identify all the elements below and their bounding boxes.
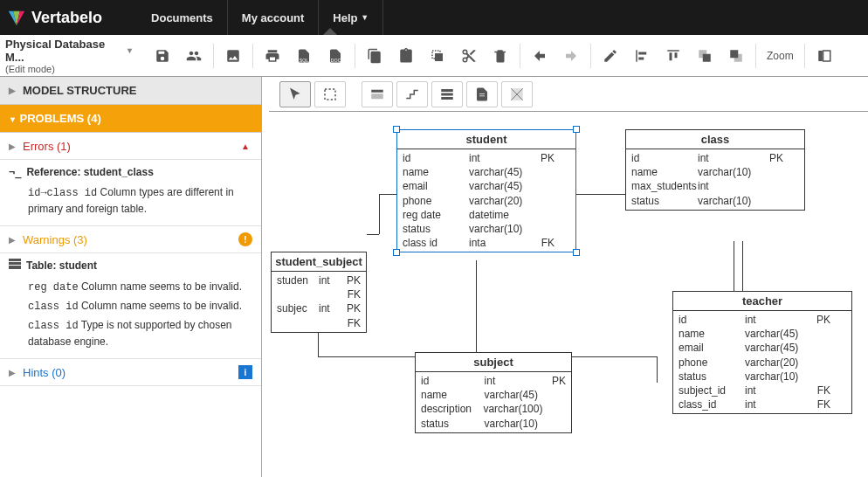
reference-icon: ¬_: [9, 165, 21, 180]
table-column-row[interactable]: phonevarchar(20): [679, 356, 846, 370]
table-class[interactable]: class idintPKnamevarchar(10)max_students…: [625, 129, 805, 211]
print-button[interactable]: [258, 42, 286, 70]
table-column-row[interactable]: descriptionvarchar(100): [421, 402, 566, 416]
svg-rect-17: [371, 89, 383, 92]
paste-button[interactable]: [392, 42, 420, 70]
svg-rect-13: [9, 259, 21, 269]
svg-rect-10: [730, 50, 738, 58]
svg-rect-20: [441, 93, 453, 95]
export-doc-button[interactable]: DOC: [321, 42, 349, 70]
share-button[interactable]: [180, 42, 208, 70]
svg-text:SQL: SQL: [300, 57, 309, 62]
svg-rect-15: [9, 265, 21, 266]
svg-rect-12: [823, 51, 830, 61]
tool-pointer[interactable]: [279, 81, 311, 107]
table-column-row[interactable]: statusvarchar(10): [679, 370, 846, 384]
sidebar-problems[interactable]: ▼ PROBLEMS (4): [0, 105, 261, 133]
tool-add-area[interactable]: [501, 81, 533, 107]
ref-line: [476, 260, 477, 356]
nav-my-account[interactable]: My account: [228, 0, 320, 35]
doc-title-block: Physical Database M...▾ (Edit mode): [5, 38, 136, 74]
ref-line: [318, 356, 416, 357]
chevron-down-icon: ▼: [361, 13, 369, 22]
table-column-row[interactable]: idintPK: [631, 151, 799, 165]
table-column-row[interactable]: idintPK: [679, 313, 846, 327]
svg-rect-8: [703, 53, 711, 61]
table-column-row[interactable]: statusvarchar(10): [403, 222, 570, 236]
svg-text:DOC: DOC: [331, 57, 341, 62]
ref-line: [570, 356, 658, 357]
tool-add-table[interactable]: [362, 81, 393, 107]
delete-button[interactable]: [486, 42, 514, 70]
cut-button[interactable]: [455, 42, 483, 70]
ref-line: [575, 194, 594, 195]
doc-title: Physical Database M...: [5, 38, 124, 64]
table-column-row[interactable]: subject_idintFK: [679, 384, 846, 398]
zoom-label[interactable]: Zoom: [761, 50, 799, 62]
table-student[interactable]: student idintPKnamevarchar(45)emailvarch…: [396, 129, 576, 252]
left-sidebar: ▶MODEL STRUCTURE ▼ PROBLEMS (4) ▶Errors …: [0, 77, 262, 477]
diagram-canvas[interactable]: student idintPKnamevarchar(45)emailvarch…: [262, 112, 868, 477]
save-button[interactable]: [148, 42, 176, 70]
table-column-row[interactable]: class_idintFK: [679, 398, 846, 411]
sidebar-model-structure[interactable]: ▶MODEL STRUCTURE: [0, 77, 261, 105]
sidebar-errors-header[interactable]: ▶Errors (1)▲: [0, 133, 261, 160]
table-column-row[interactable]: subjecintPK FK: [277, 301, 361, 329]
table-column-row[interactable]: statusvarchar(10): [631, 194, 799, 208]
svg-rect-18: [371, 93, 383, 99]
brand-name: Vertabelo: [31, 9, 102, 27]
table-column-row[interactable]: emailvarchar(45): [679, 341, 846, 355]
image-button[interactable]: [219, 42, 247, 70]
export-sql-button[interactable]: SQL: [290, 42, 318, 70]
table-column-row[interactable]: namevarchar(45): [421, 388, 566, 402]
warning-icon: !: [238, 232, 252, 246]
ref-line: [657, 356, 658, 383]
table-column-row[interactable]: namevarchar(45): [403, 165, 570, 179]
edit-button[interactable]: [596, 42, 624, 70]
layout-toggle-button[interactable]: [810, 42, 838, 70]
align-top-button[interactable]: [659, 42, 687, 70]
chevron-down-icon[interactable]: ▾: [127, 45, 136, 55]
tool-select-area[interactable]: [314, 81, 346, 107]
table-column-row[interactable]: phonevarchar(20): [403, 194, 570, 208]
tool-add-reference[interactable]: [396, 81, 428, 107]
sidebar-hints-header[interactable]: ▶Hints (0)i: [0, 359, 261, 386]
svg-rect-6: [435, 53, 443, 61]
redo-button[interactable]: [557, 42, 585, 70]
sidebar-warnings-header[interactable]: ▶Warnings (3)!: [0, 226, 261, 253]
canvas-toolbar: [269, 77, 868, 112]
sidebar-warning-table[interactable]: Table: student reg date Column name seem…: [0, 253, 261, 359]
svg-rect-11: [818, 51, 823, 61]
svg-rect-16: [325, 89, 335, 100]
brand-logo[interactable]: Vertabelo: [7, 8, 102, 27]
align-left-button[interactable]: [628, 42, 656, 70]
send-back-button[interactable]: [722, 42, 750, 70]
table-teacher[interactable]: teacher idintPKnamevarchar(45)emailvarch…: [672, 291, 852, 414]
table-column-row[interactable]: emailvarchar(45): [403, 179, 570, 193]
bring-front-button[interactable]: [691, 42, 719, 70]
tool-add-view[interactable]: [431, 81, 463, 107]
sidebar-error-reference[interactable]: ¬_Reference: student_class id→class id C…: [0, 160, 261, 226]
duplicate-button[interactable]: [424, 42, 451, 70]
ref-line: [592, 194, 625, 195]
table-column-row[interactable]: class idintaFK: [403, 236, 570, 250]
nav-documents[interactable]: Documents: [137, 0, 228, 35]
ref-line: [367, 234, 379, 235]
table-column-row[interactable]: max_studentsint: [631, 179, 799, 193]
ref-line: [379, 194, 380, 234]
ref-line: [379, 194, 396, 195]
copy-button[interactable]: [361, 42, 389, 70]
table-column-row[interactable]: namevarchar(45): [679, 327, 846, 341]
undo-button[interactable]: [526, 42, 554, 70]
table-subject[interactable]: subject idintPKnamevarchar(45)descriptio…: [415, 352, 572, 433]
svg-rect-19: [441, 89, 453, 92]
table-column-row[interactable]: idintPK: [421, 374, 566, 388]
table-icon: [9, 259, 21, 273]
table-column-row[interactable]: reg datedatetime: [403, 208, 570, 222]
table-column-row[interactable]: studenintPK FK: [277, 273, 361, 301]
table-column-row[interactable]: idintPK: [403, 151, 570, 165]
table-column-row[interactable]: namevarchar(10): [631, 165, 799, 179]
table-column-row[interactable]: statusvarchar(10): [421, 417, 566, 431]
table-student-subject[interactable]: student_subject studenintPK FKsubjecintP…: [271, 252, 367, 333]
tool-add-note[interactable]: [466, 81, 498, 107]
